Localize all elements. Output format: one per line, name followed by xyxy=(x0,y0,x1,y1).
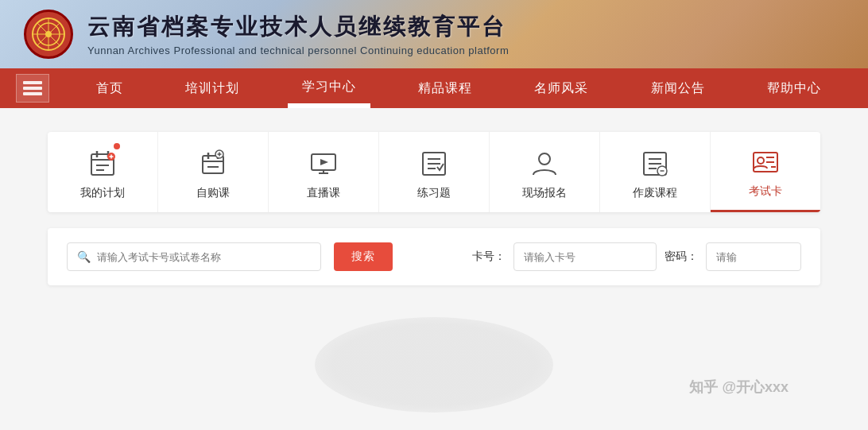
practice-label: 练习题 xyxy=(417,186,451,200)
exam-card-icon xyxy=(750,146,781,178)
abandoned-label: 作废课程 xyxy=(633,186,677,200)
menu-item-live[interactable]: 直播课 xyxy=(269,132,379,212)
page-header: 云南省档案专业技术人员继续教育平台 Yunnan Archives Profes… xyxy=(0,0,868,68)
main-content: 我的计划 自购课 直播课 xyxy=(0,108,868,430)
my-plan-icon xyxy=(87,148,118,180)
nav-item-learning[interactable]: 学习中心 xyxy=(288,68,370,108)
svg-rect-8 xyxy=(23,87,42,90)
menu-item-my-plan[interactable]: 我的计划 xyxy=(48,132,158,212)
nav-item-teachers[interactable]: 名师风采 xyxy=(520,68,603,108)
menu-item-onsite[interactable]: 现场报名 xyxy=(490,132,600,212)
cloud-decoration xyxy=(315,317,553,413)
password-label: 密码： xyxy=(665,250,698,264)
card-number-label: 卡号： xyxy=(472,250,506,264)
practice-icon xyxy=(418,148,450,180)
card-number-input[interactable] xyxy=(524,251,646,263)
my-plan-label: 我的计划 xyxy=(80,186,125,200)
nav-item-home[interactable]: 首页 xyxy=(82,68,138,108)
icon-menu-bar: 我的计划 自购课 直播课 xyxy=(48,132,820,212)
nav-item-help[interactable]: 帮助中心 xyxy=(753,68,835,108)
search-icon: 🔍 xyxy=(77,250,91,263)
svg-marker-28 xyxy=(320,159,328,165)
card-input-wrapper[interactable] xyxy=(513,242,657,271)
header-text-block: 云南省档案专业技术人员继续教育平台 Yunnan Archives Profes… xyxy=(87,12,509,56)
password-input-wrapper[interactable] xyxy=(706,242,801,271)
nav-list: 首页 培训计划 学习中心 精品课程 名师风采 新闻公告 帮助中心 xyxy=(65,68,852,108)
onsite-label: 现场报名 xyxy=(522,186,567,200)
svg-rect-7 xyxy=(23,81,42,84)
menu-item-practice[interactable]: 练习题 xyxy=(379,132,490,212)
site-logo xyxy=(24,10,73,59)
site-title: 云南省档案专业技术人员继续教育平台 xyxy=(87,12,509,42)
abandoned-icon xyxy=(639,148,671,180)
menu-item-self-buy[interactable]: 自购课 xyxy=(158,132,269,212)
onsite-icon xyxy=(529,148,560,180)
menu-item-exam-card[interactable]: 考试卡 xyxy=(711,132,820,212)
search-button[interactable]: 搜索 xyxy=(334,242,393,271)
svg-rect-9 xyxy=(23,92,42,95)
live-icon xyxy=(308,148,339,180)
nav-logo-icon xyxy=(16,74,49,103)
self-buy-label: 自购课 xyxy=(196,186,230,200)
card-number-group: 卡号： 密码： xyxy=(472,242,801,271)
main-nav: 首页 培训计划 学习中心 精品课程 名师风采 新闻公告 帮助中心 xyxy=(0,68,868,108)
nav-item-courses[interactable]: 精品课程 xyxy=(404,68,486,108)
nav-item-training[interactable]: 培训计划 xyxy=(171,68,254,108)
password-input[interactable] xyxy=(716,251,791,263)
search-input[interactable] xyxy=(97,251,311,263)
search-input-wrapper[interactable]: 🔍 xyxy=(67,242,321,271)
badge-indicator xyxy=(114,143,120,149)
search-bar: 🔍 搜索 卡号： 密码： xyxy=(48,228,820,285)
live-label: 直播课 xyxy=(307,186,340,200)
self-buy-icon xyxy=(197,148,229,180)
exam-card-label: 考试卡 xyxy=(749,184,782,199)
menu-item-abandoned[interactable]: 作废课程 xyxy=(600,132,711,212)
watermark-area: 知乎 @开心xxx xyxy=(48,285,820,413)
svg-point-6 xyxy=(45,31,52,37)
watermark-text: 知乎 @开心xxx xyxy=(689,378,789,397)
svg-point-35 xyxy=(539,153,550,165)
site-subtitle: Yunnan Archives Professional and technic… xyxy=(87,45,509,56)
nav-item-news[interactable]: 新闻公告 xyxy=(637,68,719,108)
svg-point-43 xyxy=(758,157,764,164)
